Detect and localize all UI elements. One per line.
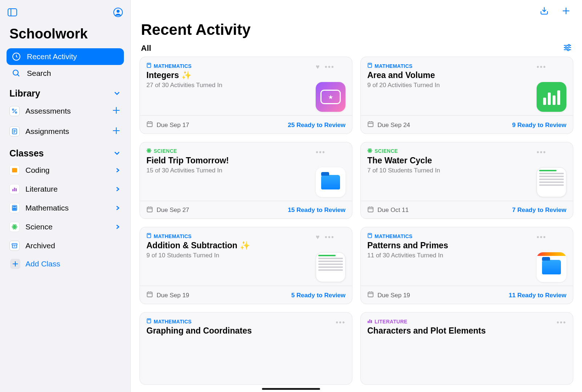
svg-rect-75 — [148, 234, 150, 235]
assignment-card[interactable]: MATHEMATICS Area and Volume 9 of 20 Acti… — [360, 57, 573, 134]
main-panel: Recent Activity All MATHEMATICS Integers… — [131, 0, 582, 392]
card-thumb-icon — [316, 167, 345, 197]
card-thumb-icon — [537, 82, 566, 112]
calendar-icon — [146, 291, 153, 299]
library-header[interactable]: Library — [7, 82, 124, 101]
more-icon[interactable]: ••• — [537, 148, 546, 156]
document-icon — [9, 126, 20, 136]
more-icon[interactable]: ••• — [336, 318, 345, 327]
page-title: Recent Activity — [141, 21, 572, 38]
chevron-down-icon — [114, 148, 120, 159]
subject-icon — [146, 148, 151, 154]
assignment-card[interactable]: MATHEMATICS Integers ✨ 27 of 30 Activiti… — [140, 57, 352, 134]
ready-to-review-link[interactable]: 9 Ready to Review — [512, 122, 566, 129]
svg-line-9 — [13, 109, 16, 113]
filter-label[interactable]: All — [141, 44, 151, 53]
search-icon — [12, 69, 21, 78]
class-label: Mathematics — [25, 204, 69, 212]
svg-rect-47 — [148, 64, 150, 65]
archive-icon — [9, 241, 20, 251]
card-due: Due Sep 24 — [367, 121, 410, 129]
assignment-card[interactable]: MATHEMATICS Graphing and Coordinates ••• — [140, 312, 352, 385]
more-icon[interactable]: ••• — [325, 63, 335, 71]
library-assignments[interactable]: Assignments — [7, 121, 124, 142]
more-icon[interactable]: ••• — [557, 318, 566, 327]
sidebar-toggle-icon[interactable] — [7, 7, 18, 18]
card-subject: SCIENCE — [367, 148, 533, 154]
svg-rect-87 — [148, 319, 150, 320]
more-icon[interactable]: ••• — [537, 63, 546, 71]
sidebar-archived-label: Archived — [25, 241, 55, 250]
add-class-label: Add Class — [25, 260, 60, 268]
library-header-label: Library — [9, 88, 40, 99]
card-title: Area and Volume — [367, 70, 533, 80]
home-indicator — [262, 388, 320, 390]
classes-header-label: Classes — [9, 148, 44, 159]
cards-grid: MATHEMATICS Integers ✨ 27 of 30 Activiti… — [131, 57, 582, 392]
chevron-right-icon — [115, 204, 120, 212]
card-due-label: Due Sep 17 — [157, 122, 189, 129]
favorite-icon[interactable]: ♥ — [316, 63, 320, 71]
card-title: Integers ✨ — [146, 70, 312, 80]
more-icon[interactable]: ••• — [316, 148, 326, 156]
import-button[interactable] — [538, 5, 550, 17]
nav-search[interactable]: Search — [7, 65, 124, 82]
assignment-card[interactable]: SCIENCE The Water Cycle 7 of 10 Students… — [360, 142, 573, 219]
add-assessment-button[interactable] — [112, 105, 120, 117]
calendar-icon — [367, 121, 374, 129]
ready-to-review-link[interactable]: 25 Ready to Review — [288, 122, 345, 129]
sidebar-class-coding[interactable]: Coding — [7, 161, 124, 180]
card-subject: MATHEMATICS — [367, 63, 533, 69]
ready-to-review-link[interactable]: 5 Ready to Review — [291, 292, 345, 299]
ready-to-review-link[interactable]: 7 Ready to Review — [512, 207, 566, 214]
sidebar-class-science[interactable]: Science — [7, 217, 124, 236]
svg-point-27 — [13, 209, 14, 210]
profile-icon[interactable] — [112, 7, 124, 18]
subject-icon — [146, 63, 151, 69]
svg-point-58 — [149, 150, 149, 151]
favorite-icon[interactable]: ♥ — [316, 233, 320, 241]
class-icon — [9, 165, 20, 175]
sidebar-class-mathematics[interactable]: Mathematics — [7, 199, 124, 217]
new-button[interactable] — [560, 5, 572, 17]
card-title: Graphing and Coordinates — [146, 326, 332, 336]
subject-icon — [146, 233, 151, 239]
card-subject: MATHEMATICS — [146, 63, 312, 69]
chevron-right-icon — [115, 185, 120, 193]
add-class-button[interactable]: Add Class — [7, 255, 124, 273]
svg-point-5 — [13, 70, 18, 75]
ready-to-review-link[interactable]: 15 Ready to Review — [288, 207, 345, 214]
ready-to-review-link[interactable]: 11 Ready to Review — [509, 292, 566, 299]
svg-rect-62 — [147, 207, 152, 212]
assignment-card[interactable]: MATHEMATICS Addition & Subtraction ✨ 9 o… — [140, 227, 352, 304]
sidebar-archived[interactable]: Archived — [7, 236, 124, 255]
class-label: Literature — [25, 185, 58, 193]
card-due-label: Due Oct 11 — [377, 207, 409, 214]
assignment-card[interactable]: MATHEMATICS Patterns and Primes 11 of 30… — [360, 227, 573, 304]
library-assessments[interactable]: Assessments — [7, 101, 124, 121]
sidebar-class-literature[interactable]: Literature — [7, 180, 124, 199]
more-icon[interactable]: ••• — [325, 233, 335, 241]
nav-recent-activity[interactable]: Recent Activity — [7, 48, 124, 65]
filter-icon[interactable] — [563, 44, 572, 53]
assignment-card[interactable]: SCIENCE Field Trip Tomorrow! 15 of 30 Ac… — [140, 142, 352, 219]
card-thumb-icon — [316, 252, 345, 282]
card-subject-label: MATHEMATICS — [154, 63, 191, 69]
card-due-label: Due Sep 27 — [157, 207, 189, 214]
card-subject: MATHEMATICS — [146, 233, 312, 239]
svg-point-25 — [14, 208, 15, 209]
svg-rect-19 — [12, 189, 13, 191]
card-subject: SCIENCE — [146, 148, 312, 154]
svg-point-43 — [565, 47, 567, 49]
assignment-card[interactable]: LITERATURE Characters and Plot Elements … — [360, 312, 573, 385]
classes-header[interactable]: Classes — [7, 142, 124, 161]
svg-rect-89 — [369, 319, 371, 323]
subject-icon — [367, 63, 372, 69]
card-subject-label: MATHEMATICS — [375, 233, 412, 239]
library-assessments-label: Assessments — [25, 107, 71, 115]
more-icon[interactable]: ••• — [537, 233, 546, 241]
svg-rect-80 — [368, 233, 372, 238]
nav-search-label: Search — [27, 69, 51, 78]
add-assignment-button[interactable] — [112, 126, 120, 137]
plus-icon — [10, 259, 20, 269]
